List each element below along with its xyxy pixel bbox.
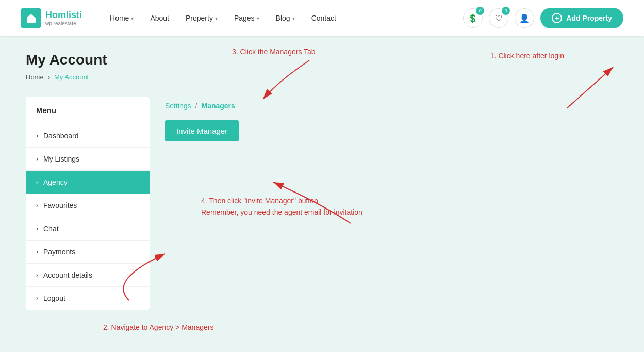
sidebar-item-label: Account details bbox=[43, 271, 92, 279]
nav-blog-label: Blog bbox=[276, 14, 290, 22]
logo-sub: wp realestate bbox=[45, 21, 82, 26]
managers-link[interactable]: Managers bbox=[201, 102, 235, 110]
cart-icon: 💲 bbox=[468, 13, 478, 23]
nav-pages-label: Pages bbox=[234, 14, 255, 22]
annotation-2-text: 2. Navigate to Agency > Managers bbox=[103, 323, 213, 331]
breadcrumb-sep: / bbox=[195, 102, 197, 110]
chevron-right-icon: › bbox=[36, 295, 38, 302]
sidebar-item-label: Logout bbox=[43, 294, 65, 302]
sidebar-item-my-listings[interactable]: › My Listings bbox=[26, 148, 150, 171]
logo-brand: Homlisti bbox=[45, 10, 82, 21]
plus-icon: + bbox=[552, 13, 562, 23]
nav-about-label: About bbox=[150, 14, 169, 22]
heart-icon: ♡ bbox=[495, 13, 502, 23]
logo[interactable]: Homlisti wp realestate bbox=[21, 8, 82, 28]
wishlist-button[interactable]: ♡ 0 bbox=[489, 8, 508, 28]
nav-home-label: Home bbox=[110, 14, 129, 22]
invite-manager-button[interactable]: Invite Manager bbox=[165, 120, 239, 141]
nav-home[interactable]: Home ▾ bbox=[103, 10, 141, 26]
sidebar-item-label: Dashboard bbox=[43, 132, 79, 140]
chevron-down-icon: ▾ bbox=[292, 15, 295, 21]
cart-badge: 0 bbox=[476, 7, 484, 15]
sidebar-item-account-details[interactable]: › Account details bbox=[26, 264, 150, 287]
invite-area: Invite Manager 4. Then click "invite Man… bbox=[165, 120, 618, 141]
svg-rect-0 bbox=[29, 19, 32, 23]
breadcrumb: Home › My Account bbox=[26, 73, 618, 81]
nav-pages[interactable]: Pages ▾ bbox=[227, 10, 267, 26]
sidebar-item-favourites[interactable]: › Favourites bbox=[26, 194, 150, 217]
header-actions: 💲 0 ♡ 0 👤 + Add Property bbox=[463, 8, 623, 28]
nav-property[interactable]: Property ▾ bbox=[178, 10, 225, 26]
main-content: 1. Click here after login My Account Hom… bbox=[0, 36, 644, 352]
sidebar-item-logout[interactable]: › Logout bbox=[26, 287, 150, 310]
sidebar-item-label: Favourites bbox=[43, 201, 77, 210]
breadcrumb-home[interactable]: Home bbox=[26, 73, 44, 81]
wishlist-badge: 0 bbox=[502, 7, 510, 15]
logo-icon bbox=[21, 8, 41, 28]
nav-property-label: Property bbox=[186, 14, 213, 22]
nav-blog[interactable]: Blog ▾ bbox=[269, 10, 302, 26]
nav-about[interactable]: About bbox=[143, 10, 176, 26]
sidebar-item-label: My Listings bbox=[43, 155, 79, 163]
breadcrumb-current[interactable]: My Account bbox=[54, 73, 89, 81]
add-property-label: Add Property bbox=[566, 14, 612, 22]
sidebar-item-payments[interactable]: › Payments bbox=[26, 241, 150, 264]
annotation-3-text: 3. Click the Managers Tab bbox=[232, 47, 316, 56]
page-title: My Account bbox=[26, 52, 618, 68]
chevron-right-icon: › bbox=[36, 248, 38, 255]
chevron-down-icon: ▾ bbox=[131, 15, 134, 21]
sidebar-item-dashboard[interactable]: › Dashboard bbox=[26, 124, 150, 148]
chevron-right-icon: › bbox=[36, 132, 38, 139]
sidebar-item-label: Agency bbox=[43, 178, 68, 186]
main-panel: 3. Click the Managers Tab Settings / Man… bbox=[165, 97, 618, 310]
sidebar-header: Menu bbox=[26, 97, 150, 124]
sidebar: Menu › Dashboard › My Listings › Agency … bbox=[26, 97, 150, 310]
chevron-down-icon: ▾ bbox=[257, 15, 259, 21]
chevron-down-icon: ▾ bbox=[215, 15, 218, 21]
sidebar-item-chat[interactable]: › Chat bbox=[26, 217, 150, 241]
add-property-button[interactable]: + Add Property bbox=[540, 8, 623, 28]
content-area: Menu › Dashboard › My Listings › Agency … bbox=[26, 97, 618, 310]
header: Homlisti wp realestate Home ▾ About Prop… bbox=[0, 0, 644, 36]
annotation-4-text: 4. Then click "invite Manager" button Re… bbox=[201, 195, 362, 218]
settings-link[interactable]: Settings bbox=[165, 102, 191, 110]
nav-contact[interactable]: Contact bbox=[304, 10, 343, 26]
chevron-right-icon: › bbox=[36, 155, 38, 163]
chevron-right-icon: › bbox=[36, 225, 38, 232]
user-button[interactable]: 👤 bbox=[515, 8, 534, 28]
cart-button[interactable]: 💲 0 bbox=[463, 8, 483, 28]
sidebar-item-agency[interactable]: › Agency bbox=[26, 171, 150, 194]
main-nav: Home ▾ About Property ▾ Pages ▾ Blog ▾ C… bbox=[103, 10, 463, 26]
chevron-right-icon: › bbox=[36, 179, 38, 186]
chevron-right-icon: › bbox=[36, 271, 38, 279]
sidebar-item-label: Chat bbox=[43, 225, 59, 233]
user-icon: 👤 bbox=[519, 13, 530, 23]
breadcrumb-separator: › bbox=[48, 73, 50, 81]
chevron-right-icon: › bbox=[36, 202, 38, 209]
settings-breadcrumb: Settings / Managers bbox=[165, 102, 618, 110]
sidebar-item-label: Payments bbox=[43, 248, 75, 256]
logo-text: Homlisti wp realestate bbox=[45, 10, 82, 26]
nav-contact-label: Contact bbox=[311, 14, 336, 22]
